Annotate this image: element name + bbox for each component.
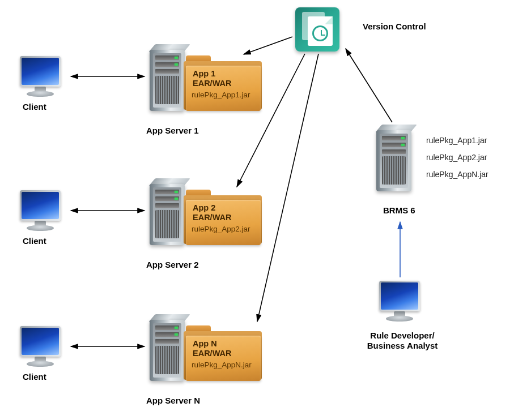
brms-file-3: rulePkg_AppN.jar — [426, 170, 488, 179]
brms-file-2: rulePkg_App2.jar — [426, 153, 487, 162]
app-server-2-folder: App 2EAR/WAR rulePkg_App2.jar — [184, 190, 263, 246]
rule-developer-line2: Business Analyst — [367, 341, 438, 350]
app-server-1-folder: App 1EAR/WAR rulePkg_App1.jar — [184, 55, 263, 112]
app2-folder-title2: EAR/WAR — [193, 213, 231, 222]
svg-line-6 — [346, 49, 392, 122]
client-2-icon — [20, 190, 65, 235]
client-1-icon — [20, 56, 65, 101]
client-3-label: Client — [23, 372, 46, 382]
version-control-label: Version Control — [363, 22, 426, 31]
brms-server-icon — [376, 125, 420, 197]
svg-line-5 — [257, 54, 318, 322]
client-1-label: Client — [23, 102, 46, 112]
rule-developer-line1: Rule Developer/ — [370, 331, 434, 340]
app-server-n-label: App Server N — [146, 396, 200, 405]
app1-folder-file: rulePkg_App1.jar — [192, 91, 250, 99]
svg-line-3 — [244, 37, 292, 54]
app2-folder-file: rulePkg_App2.jar — [192, 225, 250, 233]
app-server-1-label: App Server 1 — [146, 126, 199, 135]
appn-folder-title1: App N — [193, 339, 217, 348]
rule-developer-label: Rule Developer/ Business Analyst — [340, 331, 465, 351]
app-server-2-label: App Server 2 — [146, 260, 199, 269]
brms-label: BRMS 6 — [383, 205, 415, 215]
client-3-icon — [20, 326, 65, 371]
brms-file-1: rulePkg_App1.jar — [426, 136, 487, 145]
app-server-n-folder: App NEAR/WAR rulePkg_AppN.jar — [184, 325, 263, 382]
version-control-icon — [295, 7, 339, 52]
rule-developer-icon — [379, 281, 424, 326]
appn-folder-file: rulePkg_AppN.jar — [192, 361, 252, 369]
client-2-label: Client — [23, 236, 46, 246]
appn-folder-title2: EAR/WAR — [193, 349, 231, 358]
app1-folder-title2: EAR/WAR — [193, 79, 231, 88]
app2-folder-title1: App 2 — [193, 203, 215, 212]
app1-folder-title1: App 1 — [193, 69, 215, 78]
